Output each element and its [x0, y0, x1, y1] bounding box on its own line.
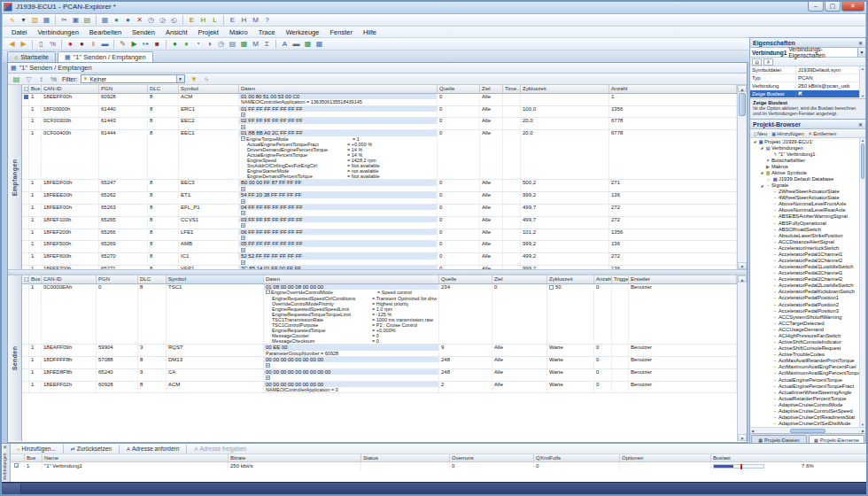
tree-item[interactable]: ~ACHighPressureFanSwitch [750, 332, 859, 338]
column-header-anzahl[interactable]: Anzahl [594, 275, 612, 283]
message-row[interactable]: 10CF00300h614438EEC202 FF FF FF FF FF FF… [22, 118, 737, 130]
menu-werkzeuge[interactable]: Werkzeuge [281, 28, 325, 36]
message-row[interactable]: 118FEF100h652658CCVS103 FF FF FF FF FF F… [22, 217, 737, 229]
column-header-ersteller[interactable]: Ersteller [629, 275, 737, 283]
expand-icon[interactable]: + [241, 125, 245, 129]
tree-item[interactable]: ~AdaptiveCruiseControlMode [750, 401, 859, 407]
property-grid-scrollbar[interactable]: ▲▼ [859, 66, 865, 98]
close-project-browser-icon[interactable]: ✕ [858, 121, 863, 128]
column-header-daten[interactable]: Daten [264, 275, 439, 283]
column-header-bus[interactable]: Bus [29, 85, 42, 93]
column-header-name[interactable]: Name [43, 454, 229, 461]
tree-item[interactable]: ~AcceleratorPedalPosition3 [750, 307, 859, 314]
message-row[interactable]: 118FEEF00h652638EFL_P104 FF FF FF FF FF … [22, 205, 737, 217]
delete-icon[interactable]: ✕ [134, 15, 145, 26]
pause-icon[interactable]: ‖ [88, 39, 99, 50]
tree-item[interactable]: ◢~Signale [750, 182, 859, 189]
column-header-canid[interactable]: CAN-ID [42, 85, 99, 93]
close-button[interactable]: ✕ [841, 2, 864, 12]
record-icon[interactable]: ● [65, 39, 76, 50]
column-header-ziel[interactable]: Ziel [480, 85, 503, 93]
dock-button-adresseanfordern[interactable]: AAdresse anfordern [124, 446, 182, 452]
save-icon[interactable]: ▦ [41, 15, 52, 26]
tree-item[interactable]: ▶Makros [750, 163, 859, 169]
column-header-quelle[interactable]: Quelle [438, 85, 480, 93]
list-icon[interactable]: ▤ [227, 39, 238, 50]
filter-combobox[interactable]: ▼ Keiner ▼ [81, 74, 185, 83]
senden-side-tab[interactable]: Senden [8, 275, 22, 441]
column-header-time[interactable]: Time... [503, 85, 521, 93]
collapse-icon[interactable]: − [266, 290, 270, 294]
message-row[interactable]: 118EEFF02h609288ACM00 00 00 00 00 00 00 … [22, 382, 737, 394]
horizontal-splitter[interactable] [8, 269, 747, 275]
receive-scrollbar[interactable]: ▲ ▼ [737, 85, 747, 269]
clear-list-icon[interactable]: ▽ [23, 74, 35, 84]
expand-icon[interactable]: + [241, 211, 245, 215]
expand-icon[interactable]: + [241, 236, 245, 240]
column-header-overruns[interactable]: Overruns [450, 454, 534, 461]
column-header-symbol[interactable]: Symbol [167, 275, 264, 283]
tree-item[interactable]: ~AcceleratorPedal1LowIdleSwitch [750, 264, 859, 270]
stop-icon[interactable]: ■ [151, 39, 163, 50]
message-row[interactable]: 118F00000h614408ERC101 FF FF FF FF FF FF… [22, 106, 737, 119]
menu-senden[interactable]: Senden [127, 28, 160, 36]
tree-item[interactable]: ◢▣Projekt 'J1939-ECU1' [750, 138, 859, 144]
message-row[interactable]: 118EAFF09h599043RQST00 EE 009AlleWarte0B… [22, 345, 737, 357]
timer-half-icon[interactable]: ◑ [204, 39, 215, 50]
maximize-button[interactable]: ▢ [825, 2, 841, 12]
record-pause-icon[interactable]: ● [76, 39, 88, 50]
column-header-dlc[interactable]: DLC [138, 275, 167, 283]
help-icon[interactable]: ? [261, 15, 273, 26]
select-all-header[interactable]: ▢ [22, 85, 29, 93]
property-checkbox[interactable]: ✓ [798, 91, 802, 96]
tree-item[interactable]: ~ActiveShiftConsoleIndicator [750, 339, 859, 345]
tree-item[interactable]: ~AcceleratorPedal1Channel2 [750, 257, 859, 263]
expand-icon[interactable]: + [266, 363, 270, 368]
open-icon[interactable]: ▨ [29, 15, 41, 26]
tree-item[interactable]: ~ActualRetarderPercentTorque [750, 395, 859, 401]
tree-item[interactable]: ~ActMaxAvailRetarderPrcntTorque [750, 358, 859, 364]
percent-icon[interactable]: % [47, 39, 58, 50]
timer-quarter-icon[interactable]: ◔ [192, 39, 204, 50]
message-row[interactable]: 118FEDF00h652478EEC3B0 00 00 FF 87 FF FF… [22, 180, 737, 192]
tree-item[interactable]: ~AcceleratorPedalKickdownSwitch [750, 289, 859, 295]
pb-button-neu[interactable]: ▯Neu [752, 131, 769, 136]
tree-item[interactable]: ~AcceleratorPedal2Channel2 [750, 276, 859, 283]
grid-view-icon[interactable]: ▦ [99, 15, 111, 26]
menu-ansicht[interactable]: Ansicht [160, 28, 193, 36]
tree-item[interactable]: ~ActualEnginePercentTorqueFract [750, 383, 859, 389]
message-row[interactable]: 118EEFF00h609288ACM01 00 80 51 00 53 00 … [22, 94, 737, 106]
run-macro-icon[interactable]: ▶ [128, 39, 140, 50]
tree-item[interactable]: ~2WheelSteerActuatorState [750, 189, 859, 195]
combo-dropdown-icon[interactable]: ▼ [176, 75, 184, 82]
back-icon[interactable]: ◀ [6, 39, 18, 50]
menu-bearbeiten[interactable]: Bearbeiten [84, 28, 127, 36]
alphabetical-view-icon[interactable]: A [763, 58, 773, 66]
tree-item[interactable]: ~ACCDistanceAlertSignal [750, 238, 859, 244]
le-filter-icon[interactable]: E [186, 15, 198, 26]
paste-icon[interactable]: ▤ [81, 15, 93, 26]
il-filter-icon[interactable]: L [209, 15, 221, 26]
copy-icon[interactable]: ▣ [70, 15, 81, 26]
blue-led-icon[interactable]: ● [122, 15, 134, 26]
message-row[interactable]: 118FEF500h652698AMB05 FF FF FF FF FF FF … [22, 241, 737, 253]
column-header-optionen[interactable]: Optionen [620, 454, 711, 461]
tree-item[interactable]: ~ActiveTroubleCodes [750, 352, 859, 358]
screen-blue-icon[interactable]: ▦ [314, 39, 325, 50]
tree-item[interactable]: ~ActMaximumAvailEngPercentTorque [750, 370, 859, 376]
column-header-bus[interactable]: Bus [29, 275, 42, 283]
tree-item[interactable]: ~AcceleratorInterlockSwitch [750, 244, 859, 251]
menu-projekt[interactable]: Projekt [193, 28, 224, 36]
tree-item[interactable]: ~ActMaximumAvailEngPercentFuel [750, 364, 859, 370]
property-row[interactable]: Verbindung250 kBit/s@pcan_usb [750, 82, 859, 90]
column-header-canid[interactable]: CAN-ID [42, 275, 97, 283]
scroll-down-icon[interactable]: ▼ [738, 262, 747, 269]
connection-row[interactable]: ✓1"1" Verbindung1250 kbit/s007,6% [11, 462, 868, 470]
column-header-dlc[interactable]: DLC [148, 85, 179, 93]
column-header-zykluszeit[interactable]: Zykluszeit [521, 85, 609, 93]
tree-item[interactable]: ~ABSOffroadSwitch [750, 226, 859, 232]
send-scrollbar[interactable]: ▲ ▼ [737, 275, 747, 441]
tree-item[interactable]: ~AboveNominalLevelRearAxle [750, 207, 859, 213]
expand-icon[interactable]: + [241, 199, 245, 204]
sum-icon[interactable]: Σ [261, 39, 273, 50]
